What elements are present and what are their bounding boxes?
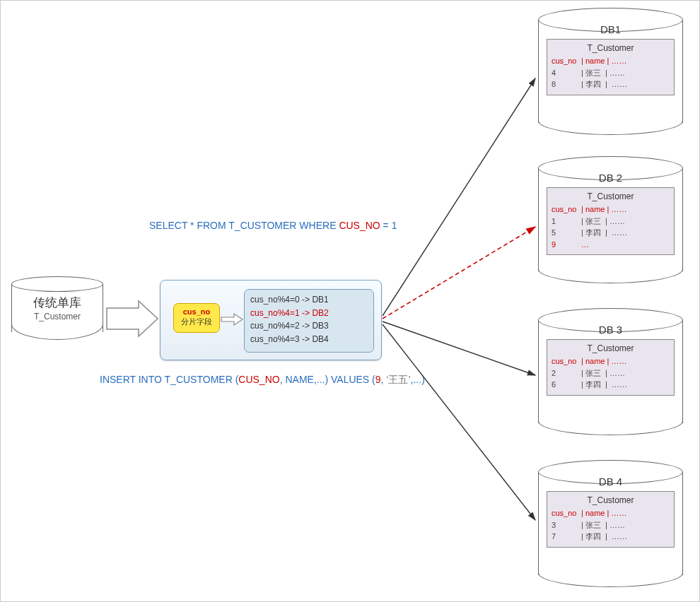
source-database: 传统单库 T_Customer [11,276,103,340]
db1-title: DB1 [538,23,683,35]
arrow-to-db2 [383,227,535,319]
db3-table: T_Customer cus_no| name | …… 2| 张三 | …… … [547,339,675,396]
db2-table: T_Customer cus_no| name | …… 1| 张三 | …… … [547,187,675,255]
shard-key-sub: 分片字段 [181,317,212,326]
source-db-table: T_Customer [11,312,103,321]
rule-0: cus_no%4=0 -> DB1 [250,293,368,307]
db2-title: DB 2 [538,172,683,184]
arrow-to-db4 [383,324,535,520]
target-db3: DB 3 T_Customer cus_no| name | …… 2| 张三 … [538,308,683,435]
source-db-title: 传统单库 [11,295,103,311]
target-db4: DB 4 T_Customer cus_no| name | …… 3| 张三 … [538,460,683,587]
sql-select: SELECT * FROM T_CUSTOMER WHERE CUS_NO = … [149,220,397,231]
diagram-canvas: 传统单库 T_Customer cus_no 分片字段 cus_no%4=0 -… [0,0,700,602]
shard-router-box: cus_no 分片字段 cus_no%4=0 -> DB1 cus_no%4=1… [160,280,382,360]
shard-key: cus_no [183,307,211,316]
db4-title: DB 4 [538,476,683,488]
db3-title: DB 3 [538,324,683,336]
rule-2: cus_no%4=2 -> DB3 [250,319,368,333]
arrow-source-to-router [107,301,158,336]
rule-3: cus_no%4=3 -> DB4 [250,333,368,346]
arrow-to-db1 [383,78,535,316]
target-db2: DB 2 T_Customer cus_no| name | …… 1| 张三 … [538,156,683,283]
db1-table: T_Customer cus_no| name | …… 4| 张三 | …… … [547,39,675,95]
sql-insert: INSERT INTO T_CUSTOMER (CUS_NO, NAME,...… [100,374,425,386]
target-db1: DB1 T_Customer cus_no| name | …… 4| 张三 |… [538,8,683,135]
shard-rules: cus_no%4=0 -> DB1 cus_no%4=1 -> DB2 cus_… [244,289,374,353]
arrow-to-db3 [383,321,535,375]
rule-1: cus_no%4=1 -> DB2 [250,307,368,320]
db4-table: T_Customer cus_no| name | …… 3| 张三 | …… … [547,491,675,548]
shard-key-badge: cus_no 分片字段 [173,303,220,333]
